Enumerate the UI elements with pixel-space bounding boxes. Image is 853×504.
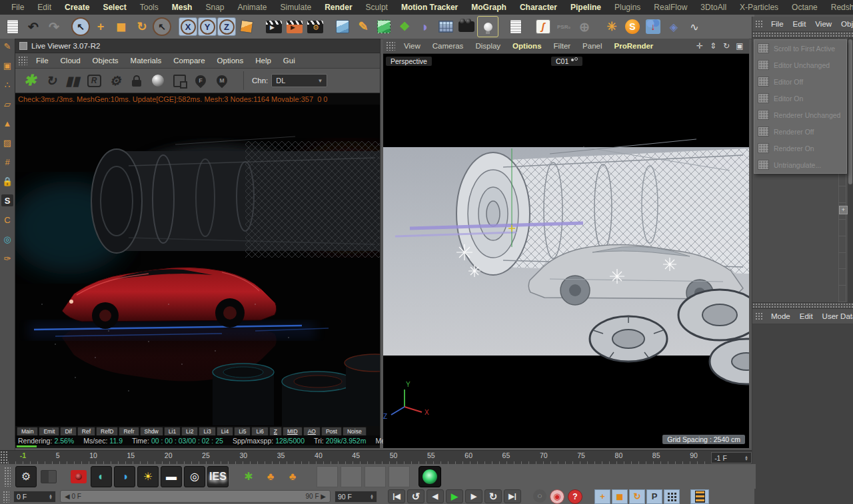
move-tool-icon[interactable]: + bbox=[91, 17, 111, 37]
paint-icon[interactable]: ✑ bbox=[1, 252, 13, 264]
object-manager-menu-item[interactable]: Edit bbox=[788, 20, 811, 28]
menubar-item[interactable]: Motion Tracker bbox=[395, 3, 464, 12]
floor-environment-icon[interactable] bbox=[436, 17, 456, 37]
view-zoom-icon[interactable]: ⇕ bbox=[708, 41, 718, 51]
workplane-icon[interactable]: # bbox=[1, 156, 13, 168]
scale-tool-icon[interactable]: ◼ bbox=[111, 17, 131, 37]
menubar-item[interactable]: Sculpt bbox=[360, 3, 394, 12]
menubar-item[interactable]: RealFlow bbox=[648, 3, 693, 12]
viewport-menu-item[interactable]: Panel bbox=[576, 42, 608, 50]
bend-deformer-icon[interactable]: ◗ bbox=[415, 17, 435, 37]
context-menu-item[interactable]: Renderer Off bbox=[754, 123, 846, 140]
goto-end-button[interactable]: ▶| bbox=[504, 489, 521, 503]
ies-light-icon[interactable]: IES bbox=[207, 466, 229, 487]
octane-logo-icon[interactable]: ✱ bbox=[21, 71, 39, 90]
live-viewer-titlebar[interactable]: Live Viewer 3.07-R2 bbox=[15, 39, 380, 53]
live-viewer-menu-item[interactable]: Objects bbox=[87, 57, 125, 65]
reset-icon[interactable]: R bbox=[85, 71, 103, 90]
texture-environment-icon[interactable]: ◐ bbox=[91, 466, 112, 487]
object-manager-menu-item[interactable]: View bbox=[810, 20, 836, 28]
area-light-icon[interactable]: ▬ bbox=[161, 466, 182, 487]
viewport-menu-item[interactable]: Cameras bbox=[426, 42, 470, 50]
object-manager-menu-item[interactable]: Objects bbox=[836, 20, 853, 28]
xparticles-icon[interactable]: ʃ bbox=[533, 17, 553, 37]
menubar-item[interactable]: Pipeline bbox=[564, 3, 607, 12]
drag-handle-icon[interactable] bbox=[755, 312, 764, 321]
menubar-item[interactable]: MoGraph bbox=[465, 3, 512, 12]
render-pass-tab[interactable]: Ref bbox=[77, 427, 95, 435]
spinner-arrows-icon[interactable]: ▲▼ bbox=[370, 494, 374, 499]
redo-icon[interactable]: ↷ bbox=[44, 17, 64, 37]
live-viewer-menu-item[interactable]: Help bbox=[249, 57, 277, 65]
vegetation-tree2-icon[interactable]: ♣ bbox=[283, 467, 303, 487]
next-frame-button[interactable]: ▶ bbox=[465, 489, 482, 503]
material-metallic-sphere[interactable] bbox=[389, 466, 410, 487]
material-diffuse-sphere[interactable] bbox=[317, 466, 338, 487]
last-tool-icon[interactable]: ↖ bbox=[153, 17, 171, 36]
key-scale-toggle[interactable]: ◼ bbox=[612, 489, 628, 504]
axis-y-lock-icon[interactable]: Y bbox=[198, 17, 217, 36]
material-ball-icon[interactable] bbox=[149, 71, 167, 90]
timeline-window-icon[interactable] bbox=[690, 489, 709, 504]
live-viewer-menu-item[interactable]: Compare bbox=[167, 57, 211, 65]
drag-handle-icon[interactable] bbox=[0, 451, 8, 465]
octane-camera-icon[interactable] bbox=[69, 467, 89, 487]
make-editable-icon[interactable]: ✎ bbox=[1, 40, 13, 52]
pause-render-icon[interactable]: ▮▮ bbox=[63, 71, 82, 90]
new-document-icon[interactable] bbox=[3, 17, 23, 37]
axis-x-lock-icon[interactable]: X bbox=[179, 17, 197, 36]
menubar-item[interactable]: Select bbox=[97, 3, 132, 12]
edges-mode-icon[interactable]: ▱ bbox=[1, 98, 13, 110]
render-pass-tab[interactable]: Post bbox=[321, 427, 342, 435]
context-menu-item[interactable]: Editor Off bbox=[754, 73, 846, 90]
drag-handle-icon[interactable] bbox=[386, 41, 395, 51]
render-pass-tab[interactable]: Li6 bbox=[251, 427, 268, 435]
next-key-button[interactable]: ↻ bbox=[484, 489, 502, 503]
view-pan-icon[interactable]: ✛ bbox=[694, 41, 705, 51]
start-frame-field[interactable]: 0 F▲▼ bbox=[13, 491, 56, 503]
render-settings-gear-icon[interactable]: ⚙ bbox=[15, 466, 37, 487]
realflow-icon[interactable]: ↓ bbox=[643, 17, 663, 37]
panel-divider[interactable] bbox=[752, 302, 853, 309]
viewport-filter-icon[interactable]: ◎ bbox=[1, 233, 13, 245]
object-manager-scrollbar[interactable] bbox=[848, 38, 853, 302]
context-menu-item[interactable]: Renderer Unchanged bbox=[754, 107, 846, 123]
lock-axis-icon[interactable]: 🔒 bbox=[1, 175, 13, 187]
menubar-item[interactable]: Mesh bbox=[166, 3, 199, 12]
record-keyframe-button[interactable]: ○ bbox=[533, 489, 546, 503]
menubar-item[interactable]: Octane bbox=[786, 3, 824, 12]
render-pass-tab[interactable]: Main bbox=[17, 427, 38, 435]
context-menu-item[interactable]: Editor Unchanged bbox=[754, 57, 846, 73]
camera-label[interactable]: C01 bbox=[551, 57, 582, 66]
timeline-ruler[interactable]: -151015202530354045505560657075808590 -1… bbox=[0, 450, 752, 465]
focus-picker-icon[interactable]: F bbox=[191, 71, 210, 90]
menubar-item[interactable]: Simulate bbox=[275, 3, 318, 12]
goto-start-button[interactable]: |◀ bbox=[388, 489, 405, 503]
attribute-manager-menu-item[interactable]: Edit bbox=[795, 312, 818, 320]
render-pass-tab[interactable]: Li5 bbox=[234, 427, 251, 435]
menubar-item[interactable]: Character bbox=[514, 3, 563, 12]
viewport-menu-item[interactable]: Display bbox=[469, 42, 506, 50]
key-rotation-toggle[interactable]: ↻ bbox=[629, 489, 645, 504]
render-pass-tab[interactable]: Shdw bbox=[140, 427, 163, 435]
menubar-item[interactable]: Render bbox=[319, 3, 358, 12]
snap-icon[interactable]: S bbox=[1, 194, 13, 206]
reset-psr-icon[interactable]: ⊕ bbox=[574, 17, 594, 37]
menubar-item[interactable]: Animate bbox=[231, 3, 273, 12]
previous-key-button[interactable]: ↺ bbox=[407, 489, 425, 503]
material-specular-sphere[interactable] bbox=[365, 466, 386, 487]
viewport-menu-item[interactable]: Options bbox=[506, 42, 547, 50]
spinner-arrows-icon[interactable]: ▲▼ bbox=[49, 494, 53, 499]
vegetation-tree-icon[interactable]: ♣ bbox=[261, 467, 281, 487]
kernel-settings-icon[interactable]: ⚙ bbox=[106, 71, 125, 90]
subdivision-surface-icon[interactable] bbox=[374, 17, 394, 37]
material-glossy-sphere[interactable] bbox=[341, 466, 362, 487]
xp-emitter-icon[interactable]: ✳ bbox=[602, 17, 622, 37]
live-viewer-menu-item[interactable]: Materials bbox=[125, 57, 168, 65]
coordinate-system-icon[interactable] bbox=[237, 17, 257, 37]
viewport-menu-item[interactable]: Filter bbox=[548, 42, 577, 50]
model-mode-icon[interactable]: ▣ bbox=[1, 59, 13, 71]
render-pass-tab[interactable]: MID bbox=[283, 427, 303, 435]
drag-handle-icon[interactable] bbox=[755, 20, 764, 29]
menubar-item[interactable]: X-Particles bbox=[734, 3, 784, 12]
